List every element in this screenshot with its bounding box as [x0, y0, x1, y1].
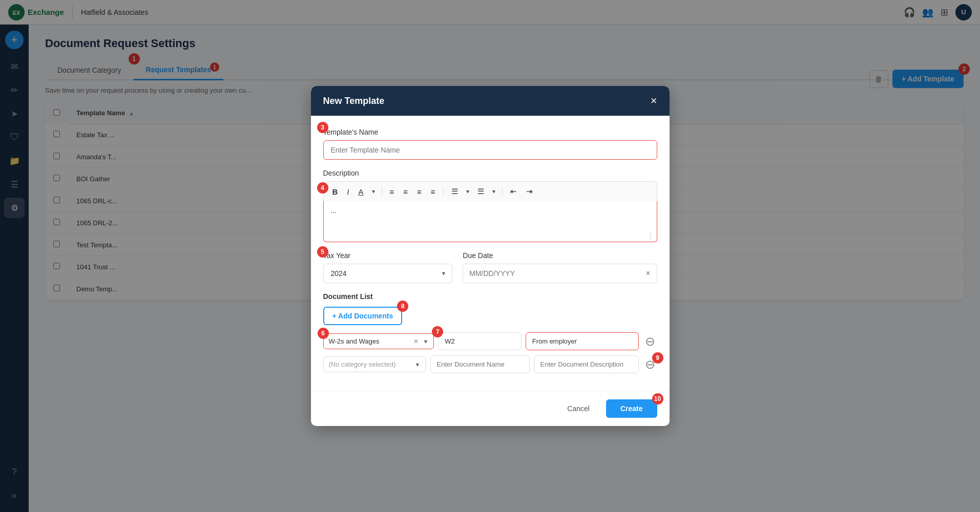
template-name-group: Template's Name 3 — [323, 128, 657, 160]
annotation-10: 10 — [652, 393, 663, 404]
modal-close-button[interactable]: × — [651, 95, 657, 106]
rte-list-ul[interactable]: ☰ — [448, 185, 462, 198]
doc-category-dropdown-button-2[interactable]: ▼ — [415, 361, 421, 368]
description-label: Description — [323, 169, 657, 177]
annotation-6: 6 — [318, 328, 329, 339]
due-date-input[interactable] — [463, 264, 639, 283]
rte-list-ul-dropdown[interactable]: ▾ — [464, 186, 472, 197]
rte-justify[interactable]: ≡ — [427, 185, 439, 198]
rte-list-ol[interactable]: ☰ — [474, 185, 488, 198]
add-documents-button[interactable]: + Add Documents — [323, 307, 403, 325]
annotation-3: 3 — [317, 122, 328, 133]
doc-row-1: 6 W-2s and Wages ✕ ▼ 7 ⊖ — [323, 332, 657, 350]
modal-header: New Template × — [311, 86, 670, 116]
annotation-9: 9 — [652, 352, 663, 364]
doc-name-input-2[interactable] — [430, 355, 530, 373]
doc-desc-input-2[interactable] — [534, 355, 639, 373]
modal-overlay: New Template × Template's Name 3 Descrip… — [0, 0, 980, 512]
rte-bold[interactable]: B — [329, 185, 342, 198]
rte-align-right[interactable]: ≡ — [413, 185, 425, 198]
doc-category-placeholder: (No category selected) — [329, 360, 412, 368]
rte-list-ol-dropdown[interactable]: ▾ — [490, 186, 498, 197]
rte-placeholder-dots: ... — [331, 206, 337, 215]
tax-year-label: Tax Year — [323, 251, 453, 260]
doc-desc-input-1[interactable] — [526, 332, 639, 350]
modal-title: New Template — [323, 96, 385, 106]
doc-category-dropdown-button[interactable]: ▼ — [423, 338, 428, 345]
doc-category-select-wrap: (No category selected) ▼ — [323, 356, 426, 372]
due-date-input-wrap: × — [463, 264, 657, 283]
modal-body: Template's Name 3 Description 4 B I A ▾ … — [311, 116, 670, 391]
document-list-label: Document List — [323, 292, 657, 301]
rte-align-left[interactable]: ≡ — [386, 185, 398, 198]
rte-toolbar: B I A ▾ ≡ ≡ ≡ ≡ ☰ ▾ ☰ ▾ ⇤ ⇥ — [323, 181, 657, 201]
description-group: Description 4 B I A ▾ ≡ ≡ ≡ ≡ ☰ ▾ — [323, 169, 657, 242]
rte-content-area[interactable]: ... ⋮ — [323, 201, 657, 242]
due-date-group: Due Date × — [463, 251, 657, 283]
template-name-label: Template's Name — [323, 128, 657, 136]
rte-indent[interactable]: ⇥ — [523, 185, 536, 198]
modal: New Template × Template's Name 3 Descrip… — [311, 86, 670, 426]
rte-align-center[interactable]: ≡ — [400, 185, 411, 198]
annotation-4: 4 — [317, 182, 328, 194]
due-date-label: Due Date — [463, 251, 657, 260]
annotation-5: 5 — [317, 246, 328, 258]
doc-remove-button-1[interactable]: ⊖ — [643, 335, 657, 348]
create-button[interactable]: Create — [606, 399, 657, 418]
doc-category-tag-text: W-2s and Wages — [329, 337, 410, 345]
due-date-clear-button[interactable]: × — [639, 269, 656, 278]
doc-category-clear-button[interactable]: ✕ — [412, 338, 420, 345]
doc-name-input-1[interactable] — [438, 332, 521, 350]
document-list-section: Document List + Add Documents 8 6 W-2s a… — [323, 292, 657, 373]
rte-italic[interactable]: I — [343, 185, 352, 198]
tax-year-select[interactable]: 2024 2023 2022 2021 — [323, 264, 453, 283]
annotation-8: 8 — [397, 301, 408, 312]
tax-due-row: Tax Year 5 2024 2023 2022 2021 ▼ Du — [323, 251, 657, 283]
doc-category-tag-wrap: 6 W-2s and Wages ✕ ▼ — [323, 333, 434, 349]
tax-year-group: Tax Year 5 2024 2023 2022 2021 ▼ — [323, 251, 453, 283]
doc-row-2: (No category selected) ▼ ⊖ 9 — [323, 355, 657, 373]
rte-outdent[interactable]: ⇤ — [507, 185, 520, 198]
rte-highlight-dropdown[interactable]: ▾ — [369, 186, 378, 197]
modal-footer: Cancel Create 10 — [311, 391, 670, 426]
rte-highlight[interactable]: A — [355, 185, 367, 198]
cancel-button[interactable]: Cancel — [557, 399, 600, 418]
template-name-input[interactable] — [323, 140, 657, 160]
